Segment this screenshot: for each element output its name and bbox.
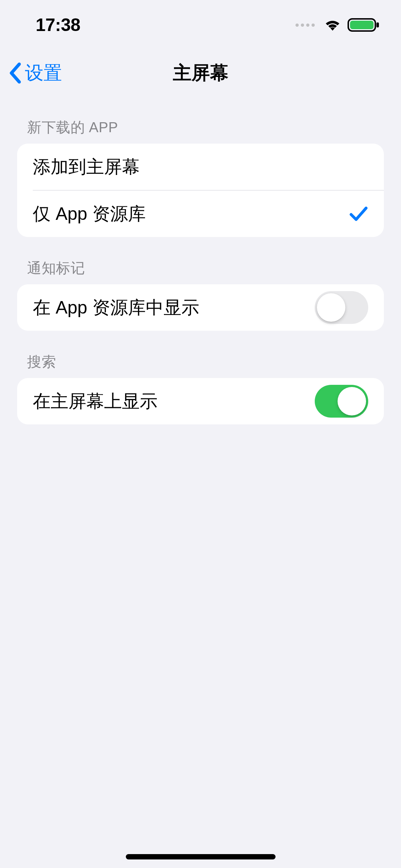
row-label: 在 App 资源库中显示 [33,296,199,320]
wifi-icon [323,18,342,32]
back-label: 设置 [25,61,62,86]
option-label: 添加到主屏幕 [33,155,140,179]
group-badges: 在 App 资源库中显示 [17,284,384,331]
svg-rect-2 [376,22,379,27]
status-bar: 17:38 [0,0,401,50]
back-button[interactable]: 设置 [9,61,62,86]
option-add-to-home[interactable]: 添加到主屏幕 [17,144,384,190]
switch-show-in-app-library[interactable] [315,291,368,324]
row-label: 在主屏幕上显示 [33,389,158,413]
section-header-search: 搜索 [17,331,384,378]
svg-rect-1 [350,21,374,29]
battery-icon [348,17,380,32]
status-time: 17:38 [36,15,80,35]
group-new-apps: 添加到主屏幕 仅 App 资源库 [17,144,384,237]
status-right [295,17,380,32]
signal-dots-icon [295,24,315,27]
home-indicator [126,854,276,859]
option-app-library-only[interactable]: 仅 App 资源库 [17,191,384,237]
switch-show-on-home[interactable] [315,385,368,418]
checkmark-icon [349,205,368,222]
section-header-new-apps: 新下载的 APP [17,96,384,144]
option-label: 仅 App 资源库 [33,202,146,226]
page-title: 主屏幕 [173,61,228,86]
group-search: 在主屏幕上显示 [17,378,384,424]
chevron-left-icon [9,62,22,84]
section-header-badges: 通知标记 [17,237,384,284]
row-show-on-home: 在主屏幕上显示 [17,378,384,424]
row-show-in-app-library: 在 App 资源库中显示 [17,284,384,331]
nav-bar: 设置 主屏幕 [0,50,401,96]
